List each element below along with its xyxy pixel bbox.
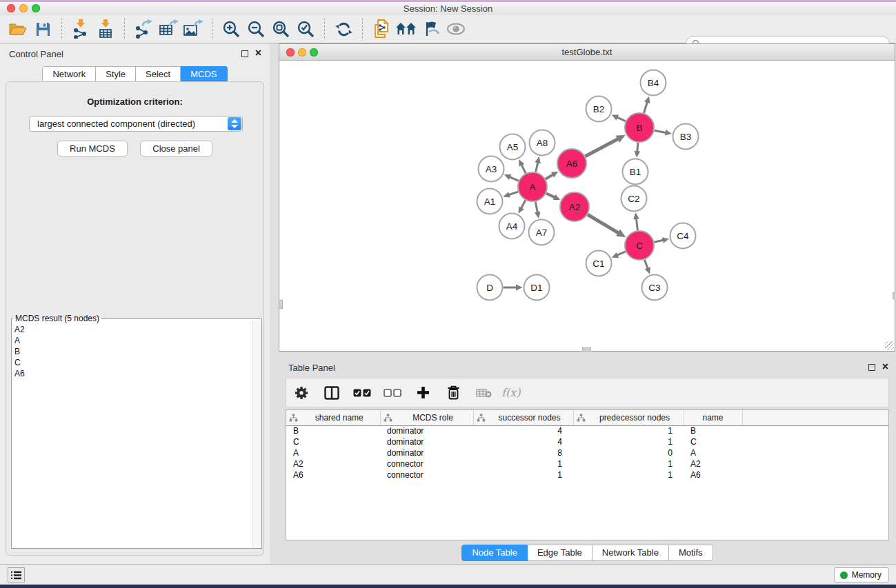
graph-edge-A-A7[interactable] xyxy=(535,202,537,214)
graph-node-D1[interactable]: D1 xyxy=(524,275,550,301)
table-row[interactable]: Cdominator41C xyxy=(286,436,888,447)
tab-node-table[interactable]: Node Table xyxy=(461,545,528,561)
graph-node-A7[interactable]: A7 xyxy=(529,220,555,245)
clone-network-icon[interactable] xyxy=(370,18,392,40)
select-all-columns-icon[interactable] xyxy=(353,384,371,402)
table-row[interactable]: Adominator80A xyxy=(286,447,888,458)
zoom-selected-icon[interactable] xyxy=(295,18,317,40)
column-header-shared-name[interactable]: shared name xyxy=(286,410,380,425)
graph-edge-C-C4[interactable] xyxy=(654,240,664,242)
tab-edge-table[interactable]: Edge Table xyxy=(528,545,593,561)
graph-node-A[interactable]: A xyxy=(518,172,547,201)
graph-node-A3[interactable]: A3 xyxy=(479,156,504,182)
zoom-fit-icon[interactable] xyxy=(270,18,292,40)
run-mcds-button[interactable]: Run MCDS xyxy=(57,141,128,156)
graph-edge-B-B4[interactable] xyxy=(644,101,647,113)
zoom-out-icon[interactable] xyxy=(245,18,267,40)
table-panel-float-icon[interactable] xyxy=(868,364,875,371)
unselect-all-columns-icon[interactable] xyxy=(384,384,401,402)
network-close-traffic-light[interactable] xyxy=(286,48,295,57)
graph-edge-A6-B[interactable] xyxy=(585,139,619,156)
table-row[interactable]: A2connector11A2 xyxy=(286,458,888,469)
mcds-result-item[interactable]: C xyxy=(14,357,261,368)
graph-node-C2[interactable]: C2 xyxy=(621,186,647,212)
mcds-result-item[interactable]: A6 xyxy=(14,368,261,379)
node-table-header-row[interactable]: shared nameMCDS rolesuccessor nodesprede… xyxy=(286,410,888,425)
column-header-predecessor-nodes[interactable]: predecessor nodes xyxy=(573,410,684,425)
table-settings-gear-icon[interactable] xyxy=(292,384,310,402)
graph-edge-C-C3[interactable] xyxy=(644,260,648,270)
delete-column-trash-icon[interactable] xyxy=(444,384,462,402)
graph-node-C3[interactable]: C3 xyxy=(642,275,668,301)
graph-node-B1[interactable]: B1 xyxy=(623,159,648,185)
graph-node-B[interactable]: B xyxy=(625,113,654,142)
tab-select[interactable]: Select xyxy=(136,66,181,83)
graph-node-D[interactable]: D xyxy=(477,275,503,301)
graph-node-A5[interactable]: A5 xyxy=(500,134,526,160)
tab-style[interactable]: Style xyxy=(96,66,136,83)
tab-motifs[interactable]: Motifs xyxy=(669,545,713,561)
graph-edge-C-C1[interactable] xyxy=(617,252,626,256)
graph-node-A1[interactable]: A1 xyxy=(477,189,503,214)
graph-node-A4[interactable]: A4 xyxy=(499,214,525,239)
import-table-icon[interactable] xyxy=(94,18,117,40)
network-minimize-traffic-light[interactable] xyxy=(298,48,306,57)
control-panel-float-icon[interactable] xyxy=(241,50,248,57)
graph-node-A8[interactable]: A8 xyxy=(530,130,555,156)
app-close-traffic-light[interactable] xyxy=(7,4,15,12)
mcds-result-item[interactable]: A2 xyxy=(14,324,261,335)
graph-node-C1[interactable]: C1 xyxy=(586,251,612,276)
app-minimize-traffic-light[interactable] xyxy=(19,4,28,12)
zoom-in-icon[interactable] xyxy=(220,18,242,40)
tab-network-table[interactable]: Network Table xyxy=(593,545,669,561)
graph-node-A2[interactable]: A2 xyxy=(560,192,589,221)
memory-button[interactable]: Memory xyxy=(834,567,889,582)
import-network-icon[interactable] xyxy=(70,18,92,40)
graph-edge-A-A8[interactable] xyxy=(536,161,538,172)
graph-edge-A-A3[interactable] xyxy=(509,176,519,181)
network-zoom-traffic-light[interactable] xyxy=(310,48,318,57)
network-resize-grip[interactable] xyxy=(885,341,894,350)
tab-network[interactable]: Network xyxy=(42,66,96,83)
save-session-icon[interactable] xyxy=(32,18,54,40)
graph-edge-B-B2[interactable] xyxy=(616,117,626,121)
tab-mcds[interactable]: MCDS xyxy=(181,66,227,83)
create-column-plus-icon[interactable] xyxy=(414,384,432,402)
table-row[interactable]: Bdominator41B xyxy=(286,425,888,436)
graph-node-B3[interactable]: B3 xyxy=(673,124,699,150)
graph-node-B2[interactable]: B2 xyxy=(586,97,612,122)
app-zoom-traffic-light[interactable] xyxy=(32,4,40,12)
graph-node-B4[interactable]: B4 xyxy=(641,70,666,96)
column-header-mcds-role[interactable]: MCDS role xyxy=(380,410,473,425)
graph-edge-B-B3[interactable] xyxy=(655,130,667,132)
graph-edge-A2-C[interactable] xyxy=(588,214,619,233)
graph-edge-A-A1[interactable] xyxy=(508,192,519,195)
graph-edge-A-A5[interactable] xyxy=(521,164,526,173)
open-file-icon[interactable] xyxy=(7,18,29,40)
graph-node-A6[interactable]: A6 xyxy=(557,149,586,178)
export-image-icon[interactable] xyxy=(182,18,204,40)
control-panel-close-icon[interactable]: × xyxy=(255,49,261,57)
table-row[interactable]: A6connector11A6 xyxy=(286,469,888,480)
graph-edge-A-A2[interactable] xyxy=(546,193,556,197)
refresh-icon[interactable] xyxy=(332,18,355,40)
style-flag-icon[interactable] xyxy=(420,18,442,40)
graph-node-C[interactable]: C xyxy=(625,231,654,260)
mcds-result-scrollbar[interactable] xyxy=(252,321,261,548)
show-column-panel-icon[interactable] xyxy=(323,384,341,402)
criterion-dropdown[interactable]: largest connected component (directed) xyxy=(29,116,243,132)
graph-edge-A-A4[interactable] xyxy=(521,200,526,209)
export-network-icon[interactable] xyxy=(132,18,155,40)
layout-home-icon[interactable] xyxy=(395,18,417,40)
graph-edge-A-A6[interactable] xyxy=(546,174,554,179)
mcds-result-item[interactable]: B xyxy=(14,346,261,357)
network-vscroll-thumb[interactable] xyxy=(279,300,283,309)
network-hscroll-thumb[interactable] xyxy=(582,347,591,352)
network-right-scroll-mark[interactable] xyxy=(893,292,895,299)
close-panel-button[interactable]: Close panel xyxy=(140,141,212,156)
network-window-titlebar[interactable]: testGlobe.txt xyxy=(279,44,895,61)
mcds-result-item[interactable]: A xyxy=(14,335,261,346)
table-panel-close-icon[interactable]: × xyxy=(882,363,888,371)
graph-edge-B-B1[interactable] xyxy=(637,143,638,152)
network-canvas[interactable]: AA1A3A5A8A4A7A6A2BB2B4B3B1CC2C1C4C3DD1 xyxy=(279,61,895,350)
